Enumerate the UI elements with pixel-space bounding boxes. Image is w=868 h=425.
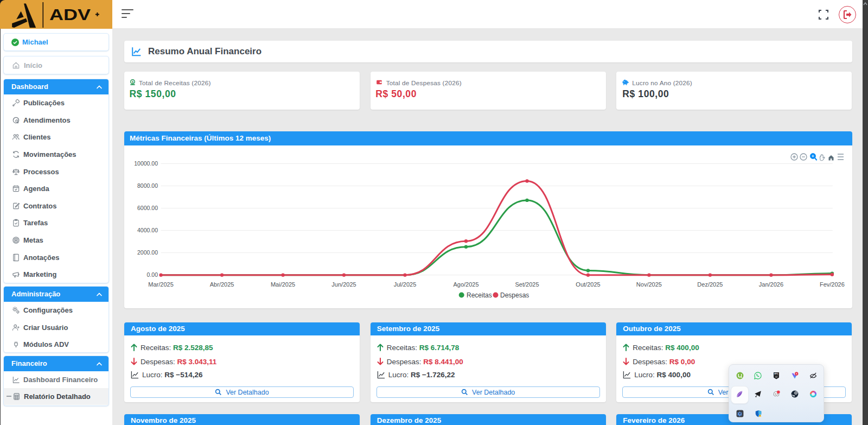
svg-text:10000.00: 10000.00 <box>134 160 158 167</box>
svg-text:Abr/2025: Abr/2025 <box>210 281 234 288</box>
svg-text:Receitas: Receitas <box>467 291 492 299</box>
svg-text:4000.00: 4000.00 <box>137 227 158 233</box>
svg-text:GAMES: GAMES <box>774 375 778 376</box>
svg-text:Out/2025: Out/2025 <box>576 281 600 288</box>
svg-text:6000.00: 6000.00 <box>137 205 158 211</box>
svg-text:$: $ <box>132 80 134 84</box>
svg-text:Jul/2025: Jul/2025 <box>394 281 417 288</box>
svg-text:2000.00: 2000.00 <box>137 249 158 256</box>
svg-text:Dez/2025: Dez/2025 <box>697 281 723 288</box>
svg-text:Jan/2026: Jan/2026 <box>759 281 783 288</box>
svg-text:Ago/2025: Ago/2025 <box>453 281 478 288</box>
svg-text:Fev/2026: Fev/2026 <box>820 281 845 288</box>
svg-text:0.00: 0.00 <box>147 271 158 278</box>
svg-text:Mar/2025: Mar/2025 <box>148 281 173 288</box>
svg-text:Mai/2025: Mai/2025 <box>271 281 295 288</box>
svg-text:ADV: ADV <box>49 5 91 23</box>
svg-text:Jun/2025: Jun/2025 <box>331 281 356 288</box>
svg-text:8000.00: 8000.00 <box>137 182 158 189</box>
svg-text:Nov/2025: Nov/2025 <box>636 281 662 288</box>
svg-text:Set/2025: Set/2025 <box>515 281 539 288</box>
svg-text:Despesas: Despesas <box>500 291 529 299</box>
